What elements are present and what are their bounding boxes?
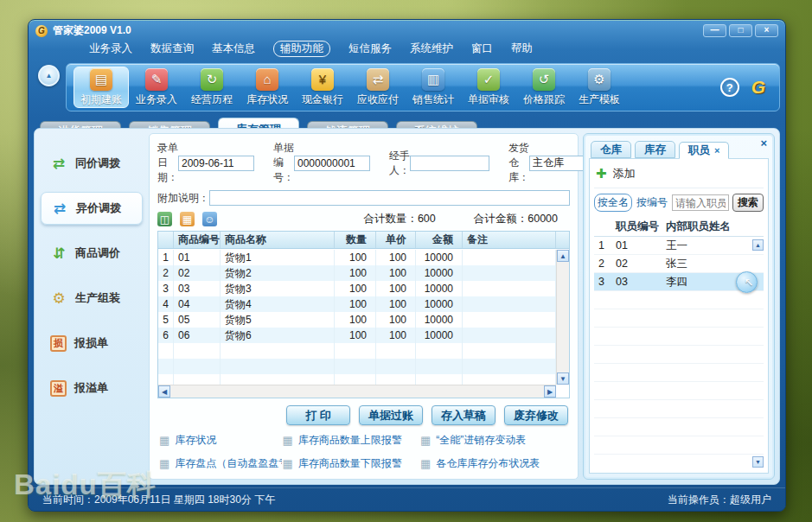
toolbar-item-production-template[interactable]: ⚙ 生产模板 bbox=[572, 67, 627, 108]
sidebar-item-same-price-transfer[interactable]: ⇄ 同价调拨 bbox=[41, 147, 143, 180]
toolbar-item-price-tracking[interactable]: ↺ 价格跟踪 bbox=[516, 67, 572, 108]
menu-item-system-maintenance[interactable]: 系统维护 bbox=[410, 41, 453, 56]
link-omni-flow-report[interactable]: ▦ “全能”进销存变动表 bbox=[420, 433, 568, 448]
vertical-scrollbar[interactable]: ▲ ▼ bbox=[556, 250, 569, 385]
date-input[interactable] bbox=[178, 156, 254, 171]
sidebar-item-label: 报溢单 bbox=[74, 380, 108, 396]
menu-item-window[interactable]: 窗口 bbox=[471, 41, 493, 56]
menu-item-basic-info[interactable]: 基本信息 bbox=[212, 41, 255, 56]
link-stock-upper-limit-alert[interactable]: ▦ 库存商品数量上限报警 bbox=[282, 433, 420, 448]
col-note: 备注 bbox=[463, 232, 556, 248]
toolbar-item-business-history[interactable]: ↻ 经营历程 bbox=[184, 67, 240, 108]
table-row[interactable]: 202货物210010010000 bbox=[158, 265, 556, 281]
calendar-icon[interactable]: ▦ bbox=[180, 212, 195, 226]
search-button[interactable]: 搜索 bbox=[732, 194, 764, 212]
tab-close-icon[interactable]: × bbox=[714, 145, 719, 156]
close-button[interactable]: × bbox=[755, 24, 778, 37]
link-stock-lower-limit-alert[interactable]: ▦ 库存商品数量下限报警 bbox=[282, 456, 420, 471]
employee-icon[interactable]: ☺ bbox=[202, 212, 217, 226]
link-warehouse-distribution-report[interactable]: ▦ 各仓库库存分布状况表 bbox=[420, 456, 568, 471]
empty-row[interactable] bbox=[594, 418, 764, 436]
post-document-button[interactable]: 单据过账 bbox=[359, 405, 423, 425]
menu-item-help[interactable]: 帮助 bbox=[511, 41, 533, 56]
maximize-button[interactable]: □ bbox=[729, 24, 752, 37]
table-row[interactable]: 404货物410010010000 bbox=[158, 296, 556, 312]
sidebar-item-price-adjust[interactable]: ⇵ 商品调价 bbox=[41, 237, 143, 270]
filter-by-code[interactable]: 按编号 bbox=[636, 194, 668, 211]
tab-stock[interactable]: 库存 bbox=[635, 141, 675, 158]
empty-row[interactable] bbox=[594, 328, 764, 346]
toolbar-item-business-entry[interactable]: ✎ 业务录入 bbox=[129, 67, 184, 108]
toolbar-item-receivable-payable[interactable]: ⇄ 应收应付 bbox=[350, 67, 406, 108]
employee-row-selected[interactable]: 303李四 ↖ bbox=[594, 273, 764, 291]
table-row[interactable]: 303货物310010010000 bbox=[158, 281, 556, 296]
app-logo-icon: G bbox=[35, 25, 48, 37]
sidebar-item-overflow-report[interactable]: 溢 报溢单 bbox=[41, 372, 143, 404]
scroll-down-icon[interactable]: ▼ bbox=[752, 456, 764, 468]
warehouse-building-icon[interactable]: ◫ bbox=[157, 212, 172, 226]
doc-number-input[interactable] bbox=[294, 156, 370, 171]
overflow-stamp-icon: 溢 bbox=[50, 380, 67, 397]
discard-changes-button[interactable]: 废弃修改 bbox=[504, 405, 568, 425]
minimize-button[interactable]: — bbox=[703, 24, 726, 37]
add-employee-button[interactable]: ✚ 添加 bbox=[594, 162, 764, 188]
employee-search-input[interactable] bbox=[672, 194, 729, 211]
table-row[interactable]: 606货物610010010000 bbox=[158, 328, 556, 343]
empty-row[interactable] bbox=[594, 455, 764, 469]
scroll-up-icon[interactable]: ▲ bbox=[557, 250, 569, 262]
empty-row[interactable] bbox=[594, 364, 764, 382]
horizontal-scrollbar[interactable]: ◀ ▶ bbox=[158, 385, 556, 398]
table-row[interactable]: 505货物510010010000 bbox=[158, 312, 556, 328]
empty-row[interactable] bbox=[158, 343, 556, 359]
gears-icon: ⚙ bbox=[588, 68, 611, 91]
transfer-form-panel: 录单日期： 单据编号： 经手人： 发货仓库： 附加说明： bbox=[149, 133, 579, 480]
sidebar-item-production-assembly[interactable]: ⚙ 生产组装 bbox=[41, 282, 143, 315]
col-product-name: 商品名称 bbox=[221, 232, 335, 248]
menu-item-sms[interactable]: 短信服务 bbox=[348, 41, 392, 56]
menu-item-business-entry[interactable]: 业务录入 bbox=[89, 41, 132, 56]
sidebar-item-diff-price-transfer[interactable]: ⇄ 异价调拨 bbox=[41, 192, 143, 225]
yuan-coin-icon: ¥ bbox=[311, 68, 334, 91]
employee-row[interactable]: 202张三 bbox=[594, 255, 764, 273]
link-stock-status[interactable]: ▦ 库存状况 bbox=[159, 433, 282, 448]
handler-input[interactable] bbox=[410, 156, 489, 171]
empty-row[interactable] bbox=[594, 382, 764, 400]
product-table: 商品编号 商品名称 数量 单价 金额 备注 101货物110010010000 … bbox=[157, 231, 570, 398]
tab-warehouse[interactable]: 仓库 bbox=[591, 141, 631, 158]
empty-row[interactable] bbox=[158, 374, 556, 385]
sidebar-item-label: 同价调拨 bbox=[75, 156, 120, 171]
empty-row[interactable] bbox=[594, 400, 764, 418]
scroll-left-icon[interactable]: ◀ bbox=[158, 385, 170, 398]
table-row[interactable]: 101货物110010010000 bbox=[158, 250, 556, 265]
employee-row[interactable]: 101王一 bbox=[594, 237, 764, 255]
link-label: 库存商品数量上限报警 bbox=[298, 433, 402, 448]
tab-employee[interactable]: 职员 × bbox=[679, 142, 729, 159]
toolbar-item-doc-audit[interactable]: ✓ 单据审核 bbox=[461, 67, 516, 108]
grid-toolbar: ◫ ▦ ☺ 合计数量：600 合计金额：60000 bbox=[157, 212, 570, 226]
toolbar-item-label: 库存状况 bbox=[246, 92, 288, 107]
print-button[interactable]: 打 印 bbox=[286, 405, 350, 425]
collapse-toolbar-button[interactable]: ▲ bbox=[38, 65, 60, 86]
toolbar-item-cash-bank[interactable]: ¥ 现金银行 bbox=[295, 67, 350, 108]
save-draft-button[interactable]: 存入草稿 bbox=[432, 405, 496, 425]
scroll-up-icon[interactable]: ▲ bbox=[752, 239, 764, 251]
sidebar-item-loss-report[interactable]: 损 报损单 bbox=[41, 327, 143, 360]
empty-row[interactable] bbox=[594, 309, 764, 328]
panel-close-icon[interactable]: × bbox=[760, 137, 767, 150]
menu-item-data-query[interactable]: 数据查询 bbox=[150, 41, 194, 56]
note-input[interactable] bbox=[209, 190, 570, 206]
scroll-right-icon[interactable]: ▶ bbox=[544, 385, 556, 398]
empty-row[interactable] bbox=[594, 291, 764, 309]
toolbar-item-sales-stats[interactable]: ▥ 销售统计 bbox=[406, 67, 461, 108]
toolbar-item-initial-setup[interactable]: ▤ 初期建账 bbox=[74, 67, 129, 108]
filter-by-fullname[interactable]: 按全名 bbox=[594, 194, 632, 212]
toolbar-zone: ▲ ▤ 初期建账 ✎ 业务录入 ↻ 经营历程 ⌂ 库存状况 ¥ 现金银行 bbox=[34, 63, 780, 113]
menu-item-auxiliary[interactable]: 辅助功能 bbox=[273, 41, 330, 57]
empty-row[interactable] bbox=[158, 359, 556, 374]
help-icon[interactable]: ? bbox=[720, 78, 739, 97]
link-stocktaking[interactable]: ▦ 库存盘点（自动盘盈盘亏） bbox=[159, 456, 282, 471]
scroll-down-icon[interactable]: ▼ bbox=[557, 372, 569, 385]
empty-row[interactable] bbox=[594, 346, 764, 364]
toolbar-item-stock-status[interactable]: ⌂ 库存状况 bbox=[240, 67, 295, 108]
empty-row[interactable] bbox=[594, 436, 764, 455]
